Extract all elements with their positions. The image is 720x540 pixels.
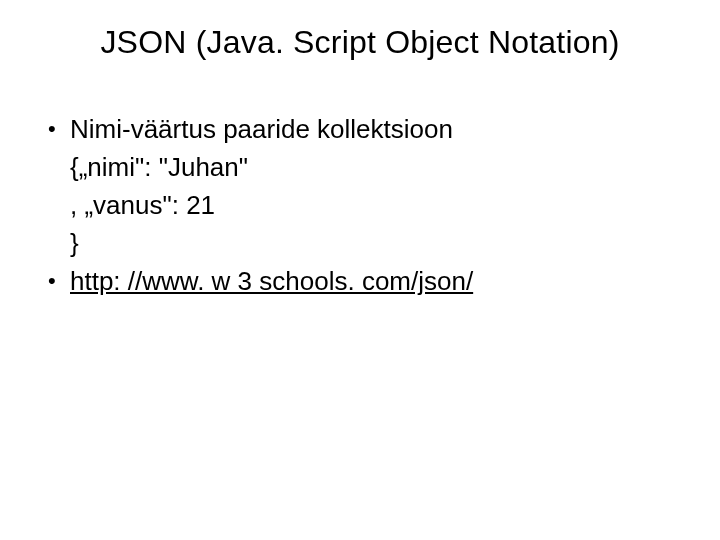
bullet-continuation: , „vanus": 21 [48,188,672,224]
list-item: • Nimi-väärtus paaride kollektsioon [48,112,672,148]
bullet-continuation: } [48,226,672,262]
bullet-continuation: {„nimi": "Juhan" [48,150,672,186]
bullet-text: Nimi-väärtus paaride kollektsioon [70,112,672,148]
list-item: • http: //www. w 3 schools. com/json/ [48,264,672,300]
slide-body: • Nimi-väärtus paaride kollektsioon {„ni… [48,112,672,301]
bullet-icon: • [48,264,70,298]
bullet-icon: • [48,112,70,146]
link-text[interactable]: http: //www. w 3 schools. com/json/ [70,266,473,296]
slide: JSON (Java. Script Object Notation) • Ni… [0,0,720,540]
slide-title: JSON (Java. Script Object Notation) [0,24,720,61]
bullet-text: http: //www. w 3 schools. com/json/ [70,264,672,300]
